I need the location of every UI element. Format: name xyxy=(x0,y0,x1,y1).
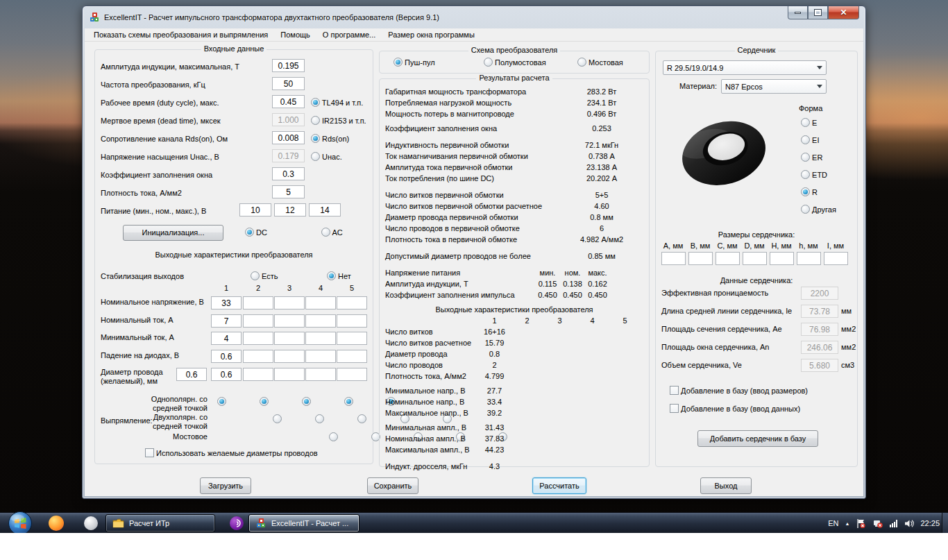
diode-drop-3[interactable] xyxy=(274,350,305,363)
nom-current-2[interactable] xyxy=(243,314,273,328)
usat-radio[interactable] xyxy=(311,152,320,161)
min-current-2[interactable] xyxy=(243,332,273,345)
rect-radio-2-2[interactable] xyxy=(315,414,324,423)
taskbar-window-folder[interactable]: Расчет ИТр xyxy=(105,514,215,532)
ir2153-radio[interactable] xyxy=(311,116,320,125)
core-select[interactable]: R 29.5/19.0/14.9 xyxy=(663,60,827,75)
wire-1[interactable] xyxy=(211,368,242,381)
size-i-input[interactable] xyxy=(824,252,848,265)
network-error-icon[interactable] xyxy=(872,518,883,529)
add-data-checkbox[interactable] xyxy=(670,404,679,413)
wire-2[interactable] xyxy=(243,368,273,381)
shape-other-radio[interactable] xyxy=(801,205,810,214)
window-fill-input[interactable] xyxy=(272,167,305,180)
stab-no-radio[interactable] xyxy=(327,271,336,280)
induction-input[interactable] xyxy=(272,59,305,72)
min-current-1[interactable] xyxy=(211,332,242,345)
size-a-input[interactable] xyxy=(661,252,686,265)
firefox-icon[interactable] xyxy=(49,516,64,531)
nom-voltage-3[interactable] xyxy=(274,296,305,309)
show-desktop-button[interactable] xyxy=(942,513,948,534)
wire-4[interactable] xyxy=(305,368,336,381)
show-hidden-icons[interactable]: ▲ xyxy=(845,521,850,526)
supply-max-input[interactable] xyxy=(309,203,341,217)
wire-3[interactable] xyxy=(274,368,305,381)
nom-current-5[interactable] xyxy=(337,314,367,328)
rect-radio-1-2[interactable] xyxy=(260,397,269,406)
push-pull-radio[interactable] xyxy=(393,58,403,67)
shape-er-radio[interactable] xyxy=(801,153,810,162)
close-button[interactable]: ✕ xyxy=(828,6,859,19)
start-button[interactable] xyxy=(8,511,33,536)
exit-button[interactable]: Выход xyxy=(700,477,752,494)
titlebar[interactable]: ExcellentIT - Расчет импульсного трансфо… xyxy=(83,6,865,28)
half-bridge-radio[interactable] xyxy=(484,58,493,67)
size-d-input[interactable] xyxy=(743,252,767,265)
save-button[interactable]: Сохранить xyxy=(367,477,418,494)
add-sizes-checkbox[interactable] xyxy=(670,386,679,395)
frequency-input[interactable] xyxy=(272,77,305,90)
min-current-4[interactable] xyxy=(305,332,336,345)
diode-drop-4[interactable] xyxy=(305,350,336,363)
rds-on-input[interactable] xyxy=(272,131,305,144)
diode-drop-1[interactable] xyxy=(211,350,242,363)
menu-about[interactable]: О программе... xyxy=(316,28,382,41)
load-button[interactable]: Загрузить xyxy=(200,477,251,494)
tl494-radio[interactable] xyxy=(311,98,320,107)
nom-voltage-4[interactable] xyxy=(305,296,336,309)
min-current-3[interactable] xyxy=(274,332,305,345)
diode-drop-2[interactable] xyxy=(243,350,273,363)
shape-e-radio[interactable] xyxy=(801,118,810,127)
current-density-input[interactable] xyxy=(272,185,305,198)
menu-show-schemes[interactable]: Показать схемы преобразования и выпрямле… xyxy=(87,28,274,41)
wire-extra[interactable] xyxy=(176,368,207,381)
full-bridge-radio[interactable] xyxy=(577,58,586,67)
supply-min-input[interactable] xyxy=(239,203,271,217)
duty-cycle-input[interactable] xyxy=(272,95,305,108)
signal-bars-icon[interactable] xyxy=(890,520,898,527)
rect-radio-1-4[interactable] xyxy=(344,397,353,406)
rect-radio-2-1[interactable] xyxy=(273,414,282,423)
rds-on-radio[interactable] xyxy=(311,134,320,143)
rect-radio-3-1[interactable] xyxy=(329,432,338,441)
action-center-flag-icon[interactable] xyxy=(856,518,866,529)
material-select[interactable]: N87 Epcos xyxy=(721,79,827,94)
volume-icon[interactable] xyxy=(904,519,914,528)
menu-window-size[interactable]: Размер окна программы xyxy=(382,28,481,41)
nom-voltage-5[interactable] xyxy=(337,296,367,309)
wire-5[interactable] xyxy=(337,368,367,381)
gray-orb-icon[interactable] xyxy=(84,516,98,530)
language-indicator[interactable]: EN xyxy=(828,519,838,527)
calculate-button[interactable]: Рассчитать xyxy=(532,477,586,494)
size-c-input[interactable] xyxy=(716,252,740,265)
diode-drop-5[interactable] xyxy=(337,350,367,363)
use-wire-checkbox[interactable] xyxy=(145,448,154,457)
purple-orb-icon[interactable] xyxy=(229,516,244,531)
menu-help[interactable]: Помощь xyxy=(274,28,316,41)
min-current-5[interactable] xyxy=(337,332,367,345)
ac-radio[interactable] xyxy=(321,228,330,237)
add-core-button[interactable]: Добавить сердечник в базу xyxy=(697,430,818,447)
minimize-button[interactable] xyxy=(788,6,808,19)
supply-nom-input[interactable] xyxy=(274,203,306,217)
nom-current-4[interactable] xyxy=(305,314,336,328)
rect-radio-1-1[interactable] xyxy=(217,397,226,406)
size-h2-input[interactable] xyxy=(797,252,821,265)
nom-voltage-1[interactable] xyxy=(211,296,242,309)
size-h-input[interactable] xyxy=(770,252,794,265)
rect-radio-2-3[interactable] xyxy=(357,414,366,423)
rect-radio-1-3[interactable] xyxy=(302,397,311,406)
nom-current-3[interactable] xyxy=(274,314,305,328)
taskbar-window-excellentit[interactable]: ExcellentIT - Расчет ... xyxy=(248,514,359,532)
clock[interactable]: 22:25 xyxy=(920,519,940,527)
stab-yes-radio[interactable] xyxy=(251,271,260,280)
dc-radio[interactable] xyxy=(245,228,254,237)
maximize-button[interactable] xyxy=(808,6,828,19)
nom-voltage-2[interactable] xyxy=(243,296,273,309)
shape-etd-radio[interactable] xyxy=(801,170,810,179)
nom-current-1[interactable] xyxy=(211,314,242,328)
shape-r-radio[interactable] xyxy=(801,187,810,196)
size-b-input[interactable] xyxy=(688,252,713,265)
init-button[interactable]: Инициализация... xyxy=(123,225,223,241)
shape-ei-radio[interactable] xyxy=(801,135,810,144)
